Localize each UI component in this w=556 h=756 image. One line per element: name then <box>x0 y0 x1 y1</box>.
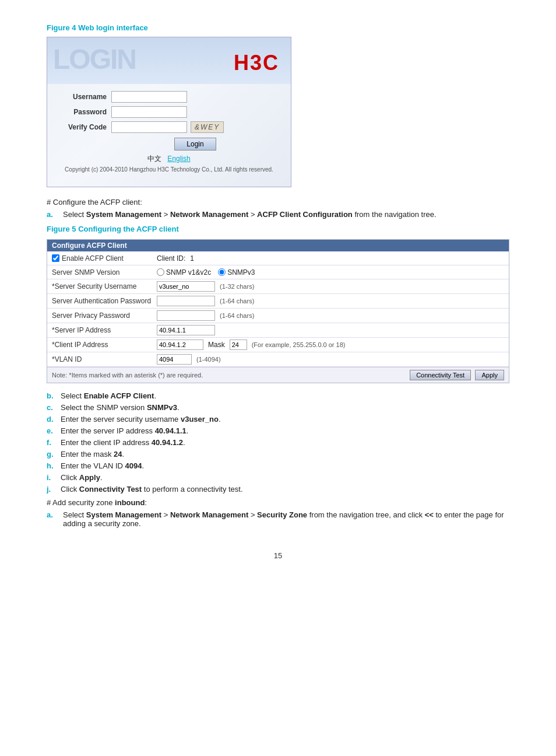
step-a-bold3: ACFP Client Configuration <box>257 210 353 219</box>
step-f-bold: 40.94.1.2 <box>152 438 183 447</box>
snmp-v3-label: SNMPv3 <box>227 268 255 276</box>
enable-checkbox[interactable] <box>52 254 59 262</box>
acfp-footer-buttons: Connectivity Test Apply <box>407 370 504 380</box>
step-e-marker: e. <box>47 426 58 435</box>
step-a-content: Select System Management > Network Manag… <box>63 210 509 219</box>
enable-content: Client ID: 1 <box>157 254 504 262</box>
snmp-version-content: SNMP v1&v2c SNMPv3 <box>157 268 504 276</box>
step-a: a. Select System Management > Network Ma… <box>47 210 509 219</box>
step-h-marker: h. <box>47 461 58 470</box>
verify-input[interactable] <box>111 121 187 133</box>
figure5-label: Figure 5 Configuring the ACFP client <box>47 225 509 233</box>
snmp-radio-group: SNMP v1&v2c SNMPv3 <box>157 268 255 276</box>
password-row: Password <box>59 106 279 118</box>
client-id-label: Client ID: <box>157 254 185 262</box>
acfp-title: Configure ACFP Client <box>47 240 509 251</box>
step-h-bold: 4094 <box>125 461 142 470</box>
step-i-bold: Apply <box>79 473 100 482</box>
step-j-bold: Connectivity Test <box>79 485 142 494</box>
step-g: g. Enter the mask 24. <box>47 450 509 459</box>
security-username-row: *Server Security Username (1-32 chars) <box>47 279 509 294</box>
snmp-v1v2c-radio[interactable] <box>157 268 164 276</box>
step-j-marker: j. <box>47 485 58 494</box>
step-d-content: Enter the server security username v3use… <box>61 415 509 424</box>
login-button-row: Login <box>111 138 279 150</box>
username-label: Username <box>59 93 111 101</box>
privacy-password-label: Server Privacy Password <box>52 312 157 320</box>
verify-label: Verify Code <box>59 123 111 131</box>
lang-zh[interactable]: 中文 <box>147 155 161 163</box>
snmp-version-row: Server SNMP Version SNMP v1&v2c SNMPv3 <box>47 265 509 279</box>
hash-text: # Add security zone <box>47 498 115 507</box>
login-header: LOGIN H3C <box>47 37 291 84</box>
sz-bold3: Security Zone <box>257 510 307 519</box>
hash-after: : <box>145 498 147 507</box>
client-ip-label: *Client IP Address <box>52 341 157 349</box>
step-c-bold: SNMPv3 <box>147 403 177 412</box>
lang-en[interactable]: English <box>167 155 190 163</box>
privacy-password-content: (1-64 chars) <box>157 310 504 321</box>
step-j: j. Click Connectivity Test to perform a … <box>47 485 509 494</box>
figure4-label: Figure 4 Web login interface <box>47 23 509 32</box>
auth-password-label: Server Authentication Password <box>52 297 157 305</box>
login-watermark: LOGIN <box>53 43 136 75</box>
step-b: b. Select Enable ACFP Client. <box>47 391 509 400</box>
steps-list: b. Select Enable ACFP Client. c. Select … <box>47 391 509 494</box>
verify-code-image: &WEY <box>191 121 224 133</box>
mask-label: Mask <box>208 341 225 349</box>
step-g-content: Enter the mask 24. <box>61 450 509 459</box>
enable-label: Enable ACFP Client <box>62 254 124 262</box>
snmp-v1v2c-label: SNMP v1&v2c <box>166 268 211 276</box>
password-input[interactable] <box>111 106 187 118</box>
step-f-marker: f. <box>47 438 58 447</box>
step-g-marker: g. <box>47 450 58 459</box>
security-username-label: *Server Security Username <box>52 282 157 290</box>
apply-button[interactable]: Apply <box>475 370 504 380</box>
vlan-id-input[interactable] <box>157 354 192 365</box>
snmp-version-label: Server SNMP Version <box>52 268 157 276</box>
privacy-password-input[interactable] <box>157 310 215 321</box>
server-ip-label: *Server IP Address <box>52 326 157 334</box>
sz-bold4: << <box>425 510 434 519</box>
login-box: LOGIN H3C Username Password Verify Code … <box>47 37 291 187</box>
step-i-content: Click Apply. <box>61 473 509 482</box>
client-ip-input[interactable] <box>157 340 203 350</box>
acfp-footer-note: Note: *Items marked with an asterisk (*)… <box>52 372 203 379</box>
step-i: i. Click Apply. <box>47 473 509 482</box>
step-f: f. Enter the client IP address 40.94.1.2… <box>47 438 509 447</box>
connectivity-test-button[interactable]: Connectivity Test <box>410 370 471 380</box>
step-g-bold: 24 <box>114 450 122 459</box>
auth-password-input[interactable] <box>157 296 215 306</box>
step-d-marker: d. <box>47 415 58 424</box>
username-input[interactable] <box>111 91 187 103</box>
server-ip-input[interactable] <box>157 325 215 335</box>
step-b-content: Select Enable ACFP Client. <box>61 391 509 400</box>
step-a-marker: a. <box>47 210 61 219</box>
mask-input[interactable] <box>230 340 247 350</box>
auth-password-content: (1-64 chars) <box>157 296 504 306</box>
security-step-a-marker: a. <box>47 510 61 528</box>
snmp-v3-radio[interactable] <box>218 268 226 276</box>
client-id-value: 1 <box>190 254 194 262</box>
vlan-id-row: *VLAN ID (1-4094) <box>47 352 509 367</box>
step-a-bold2: Network Management <box>170 210 248 219</box>
login-button[interactable]: Login <box>174 138 216 150</box>
acfp-footer: Note: *Items marked with an asterisk (*)… <box>47 367 509 383</box>
security-step-a-content: Select System Management > Network Manag… <box>63 510 509 528</box>
client-ip-content: Mask (For example, 255.255.0.0 or 18) <box>157 340 504 350</box>
step-c-content: Select the SNMP version SNMPv3. <box>61 403 509 412</box>
configure-text: # Configure the ACFP client: <box>47 198 509 206</box>
privacy-password-note: (1-64 chars) <box>220 312 254 319</box>
step-e-bold: 40.94.1.1 <box>155 426 186 435</box>
vlan-id-label: *VLAN ID <box>52 355 157 363</box>
security-username-input[interactable] <box>157 281 215 292</box>
step-a-sep2: > <box>248 210 257 219</box>
step-b-bold: Enable ACFP Client <box>84 391 154 400</box>
step-j-content: Click Connectivity Test to perform a con… <box>61 485 509 494</box>
username-row: Username <box>59 91 279 103</box>
step-e-content: Enter the server IP address 40.94.1.1. <box>61 426 509 435</box>
security-zone-text: # Add security zone inbound: <box>47 498 509 507</box>
security-step-a: a. Select System Management > Network Ma… <box>47 510 509 528</box>
privacy-password-row: Server Privacy Password (1-64 chars) <box>47 309 509 323</box>
mask-note: (For example, 255.255.0.0 or 18) <box>252 341 346 348</box>
